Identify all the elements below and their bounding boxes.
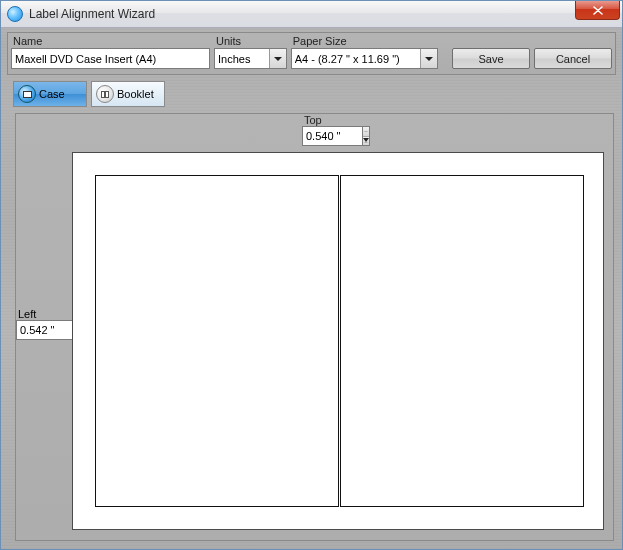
- top-margin-input[interactable]: [302, 126, 362, 146]
- name-label: Name: [11, 35, 210, 47]
- label-cell-left: [95, 175, 339, 507]
- window-title: Label Alignment Wizard: [29, 7, 155, 21]
- booklet-icon: [96, 85, 114, 103]
- dialog-window: Label Alignment Wizard Name Units Inches: [0, 0, 623, 550]
- top-margin-down[interactable]: [363, 137, 369, 146]
- close-icon: [593, 6, 603, 15]
- chevron-up-icon: [363, 131, 369, 132]
- paper-size-select[interactable]: A4 - (8.27 " x 11.69 "): [291, 48, 438, 69]
- units-select[interactable]: Inches: [214, 48, 287, 69]
- tab-case-label: Case: [39, 88, 65, 100]
- tab-case[interactable]: Case: [13, 81, 87, 107]
- paper-size-label: Paper Size: [291, 35, 438, 47]
- settings-panel: Name Units Inches Paper Size A4 - (8.27 …: [7, 32, 616, 75]
- case-icon: [18, 85, 36, 103]
- name-input[interactable]: [11, 48, 210, 69]
- tab-booklet-label: Booklet: [117, 88, 154, 100]
- units-label: Units: [214, 35, 287, 47]
- top-margin-up[interactable]: [363, 127, 369, 137]
- chevron-down-icon: [363, 138, 369, 143]
- top-margin-label: Top: [304, 114, 322, 126]
- tab-booklet[interactable]: Booklet: [91, 81, 165, 107]
- top-margin-spinner[interactable]: [302, 126, 370, 146]
- paper-preview: [72, 152, 604, 530]
- close-button[interactable]: [575, 1, 620, 20]
- app-icon: [7, 6, 23, 22]
- top-margin-steppers[interactable]: [362, 126, 370, 146]
- top-margin-control: Top: [302, 114, 370, 146]
- left-margin-label: Left: [18, 308, 36, 320]
- cancel-button[interactable]: Cancel: [534, 48, 612, 69]
- save-button[interactable]: Save: [452, 48, 530, 69]
- layout-stage: Top Left: [15, 113, 614, 541]
- tabs: Case Booklet: [13, 81, 622, 107]
- left-margin-input[interactable]: [16, 320, 76, 340]
- label-cell-right: [340, 175, 584, 507]
- titlebar: Label Alignment Wizard: [1, 1, 622, 28]
